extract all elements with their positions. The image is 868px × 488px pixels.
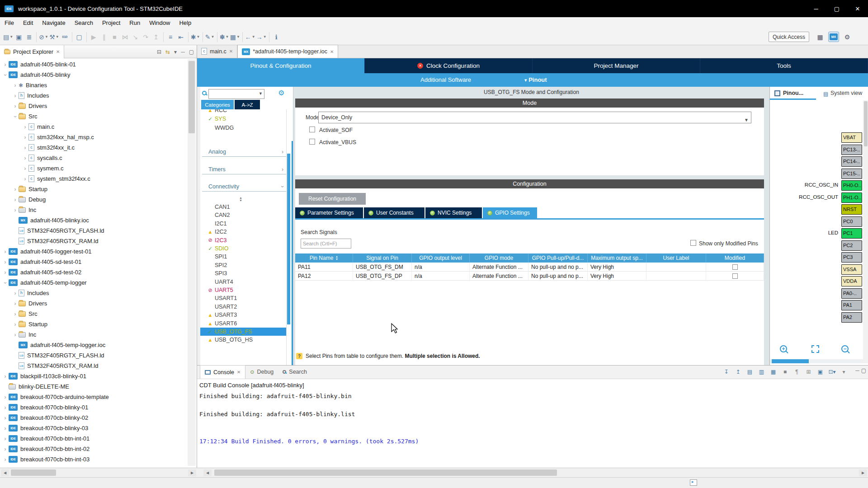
collapse-all-icon[interactable]: ⊟	[157, 49, 161, 55]
expand-chevron[interactable]: ›	[12, 207, 19, 213]
tab-user-constants[interactable]: ✓User Constants	[364, 207, 425, 218]
tree-item[interactable]: ›Src	[0, 309, 186, 319]
menu-edit[interactable]: Edit	[19, 17, 38, 29]
menu-window[interactable]: Window	[145, 17, 175, 29]
column-header[interactable]: GPIO output level	[412, 253, 470, 263]
tab-clock-configuration[interactable]: ✕Clock Configuration	[365, 58, 533, 73]
expand-chevron[interactable]: ›	[12, 186, 19, 192]
tab-categories[interactable]: Categories	[201, 100, 234, 109]
tree-item[interactable]: ›IDEadafruit-f405-temp-logger	[0, 277, 186, 288]
section-analog[interactable]: Analog›	[202, 147, 287, 157]
expand-chevron[interactable]: ›	[12, 332, 19, 338]
tab-a-to-z[interactable]: A->Z	[235, 100, 260, 109]
close-tab-icon[interactable]: ✕	[330, 49, 334, 54]
tree-item[interactable]: ›IDEbreakout-f070cb-blinky-01	[0, 402, 186, 413]
tree-item[interactable]: ›IDEbreakout-f070cb-btn-int-02	[0, 444, 186, 454]
table-cell[interactable]: USB_OTG_FS_DP	[353, 272, 412, 281]
expand-chevron[interactable]: ›	[22, 155, 28, 161]
minimize-view-icon[interactable]: ─	[855, 367, 859, 374]
table-cell[interactable]: USB_OTG_FS_DM	[353, 263, 412, 272]
expand-chevron[interactable]: ›	[2, 394, 9, 400]
pin-pc2[interactable]: PC2	[841, 240, 862, 251]
tree-item[interactable]: ›IDEbreakout-f070cb-blinky-02	[0, 413, 186, 423]
tree-item[interactable]: ›hIncludes	[0, 288, 186, 298]
save-all-icon[interactable]: ≣	[24, 32, 34, 42]
tree-item[interactable]: ›IDEadafruit-f405-sd-test-02	[0, 267, 186, 277]
pin-pc1[interactable]: PC1	[841, 228, 862, 239]
skip-all-breakpoints-icon[interactable]: ⊘▼	[38, 32, 49, 42]
maximize-view-icon[interactable]: ▢	[189, 49, 194, 55]
pinout-vertical-scrollbar[interactable]	[863, 100, 868, 363]
additional-software-button[interactable]: Additional Software	[378, 73, 514, 87]
menu-help[interactable]: Help	[175, 17, 196, 29]
column-header[interactable]: Signal on Pin	[353, 253, 412, 263]
tree-item[interactable]: blinky-DELETE-ME	[0, 381, 186, 392]
peripheral-item-uart5[interactable]: ⊘UART5	[200, 286, 286, 294]
peripheral-item-usart2[interactable]: USART2	[200, 303, 286, 311]
section-connectivity[interactable]: Connectivity›	[202, 182, 287, 192]
background-task-icon[interactable]	[690, 479, 697, 486]
explorer-hscroll-thumb[interactable]	[11, 469, 56, 476]
tree-item[interactable]: LDSTM32F405RGTX_RAM.ld	[0, 361, 186, 371]
expand-chevron[interactable]: ›	[2, 71, 9, 78]
tree-item[interactable]: ›csystem_stm32f4xx.c	[0, 174, 186, 184]
activate-sof-checkbox[interactable]	[309, 127, 315, 132]
column-header[interactable]: Maximum output sp...	[588, 253, 646, 263]
link-with-editor-icon[interactable]: ⇆	[165, 49, 170, 55]
expand-chevron[interactable]: ›	[2, 456, 9, 463]
table-cell[interactable]: Alternate Function ...	[470, 272, 528, 281]
tree-item[interactable]: ›Src	[0, 111, 186, 122]
tree-item[interactable]: ›cstm32f4xx_hal_msp.c	[0, 132, 186, 142]
show-only-modified-checkbox[interactable]	[690, 240, 696, 246]
expand-chevron[interactable]: ›	[12, 311, 19, 317]
scroll-to-top-icon[interactable]: ↥	[734, 367, 742, 376]
tree-item[interactable]: ›IDEbreakout-f070cb-btn-int-01	[0, 433, 186, 444]
expand-chevron[interactable]: ›	[12, 300, 19, 307]
peripheral-item-sys[interactable]: ✓SYS	[200, 115, 286, 123]
column-header[interactable]: GPIO Pull-up/Pull-d...	[528, 253, 588, 263]
mark-occurrences-icon[interactable]: ≡	[165, 32, 176, 42]
panel-divider[interactable]	[292, 141, 293, 365]
minimize-view-icon[interactable]: ─	[181, 49, 185, 55]
tree-item[interactable]: LDSTM32F405RGTX_FLASH.ld	[0, 350, 186, 361]
expand-chevron[interactable]: ›	[12, 290, 19, 296]
editor-hscroll-thumb[interactable]	[214, 469, 557, 476]
tree-item[interactable]: LDSTM32F405RGTX_FLASH.ld	[0, 225, 186, 236]
peripheral-item-can2[interactable]: CAN2	[200, 211, 286, 219]
signals-search-input[interactable]	[301, 239, 351, 249]
tree-item[interactable]: ›IDEbreakout-f070cb-btn-int-03	[0, 454, 186, 465]
pin-vdda[interactable]: VDDA	[841, 276, 862, 286]
expand-chevron[interactable]: ›	[2, 436, 9, 442]
expand-chevron[interactable]: ›	[12, 113, 19, 120]
tree-item[interactable]: ›Inc	[0, 329, 186, 340]
table-cell[interactable]: n/a	[412, 272, 470, 281]
expand-chevron[interactable]: ›	[22, 176, 28, 182]
peripheral-item-i2c2[interactable]: ▲I2C2	[200, 228, 286, 236]
table-cell[interactable]: n/a	[412, 263, 470, 272]
tree-item[interactable]: ›cstm32f4xx_it.c	[0, 142, 186, 153]
close-button[interactable]: ✕	[847, 0, 868, 17]
tab-system-view[interactable]: System view	[830, 90, 862, 96]
expand-chevron[interactable]: ›	[2, 249, 9, 255]
maximize-button[interactable]: ▢	[826, 0, 847, 17]
pin-nrst[interactable]: NRST	[841, 204, 862, 215]
pin-pa2[interactable]: PA2	[841, 312, 862, 323]
menu-project[interactable]: Project	[98, 17, 125, 29]
peripheral-item-wwdg[interactable]: WWDG	[200, 123, 286, 132]
expand-chevron[interactable]: ›	[22, 134, 28, 141]
pin-pa0[interactable]: PA0-..	[841, 288, 862, 299]
peripheral-item-i2c1[interactable]: I2C1	[200, 220, 286, 228]
tab-parameter-settings[interactable]: ✓Parameter Settings	[295, 207, 363, 218]
peripheral-item-spi3[interactable]: SPI3	[200, 269, 286, 277]
pin-pc14[interactable]: PC14-..	[841, 156, 862, 167]
tab-pinout-view[interactable]: Pinou...	[783, 90, 803, 96]
expand-chevron[interactable]: ›	[2, 279, 9, 286]
pin-console-icon[interactable]: ⊞	[804, 367, 813, 376]
peripheral-item-usart1[interactable]: USART1	[200, 294, 286, 302]
word-wrap-icon[interactable]: ¶	[793, 367, 801, 376]
section-timers[interactable]: Timers›	[202, 165, 287, 174]
expand-chevron[interactable]: ›	[2, 425, 9, 432]
scroll-left-icon[interactable]: ◀	[203, 469, 212, 476]
show-console-on-error-icon[interactable]: ▥	[757, 367, 766, 376]
table-cell[interactable]: Very High	[588, 272, 646, 281]
